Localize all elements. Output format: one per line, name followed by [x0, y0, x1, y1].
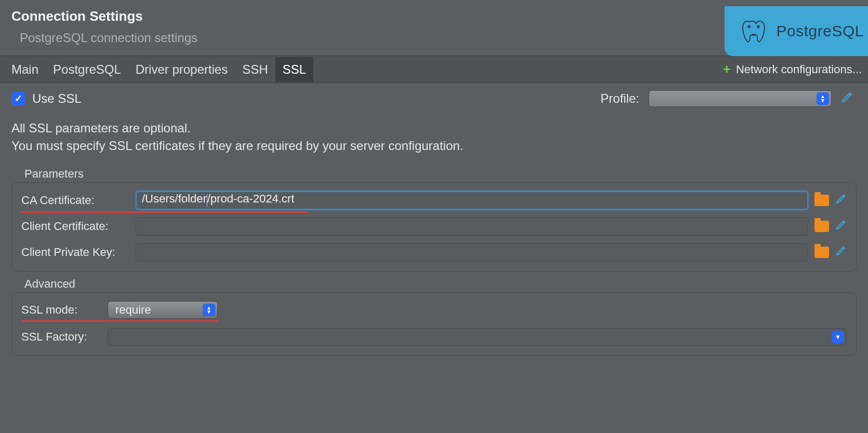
ca-value-before: /Users/folder	[142, 192, 207, 205]
parameters-legend: Parameters	[22, 167, 86, 181]
client-certificate-label: Client Certificate:	[21, 220, 129, 233]
client-private-key-input[interactable]	[136, 243, 808, 262]
ca-edit-button[interactable]	[835, 193, 847, 208]
tab-ssh[interactable]: SSH	[235, 57, 275, 82]
client-certificate-row: Client Certificate:	[21, 217, 847, 236]
client-private-key-row: Client Private Key:	[21, 243, 847, 262]
pencil-icon	[841, 91, 853, 103]
client-private-key-label: Client Private Key:	[21, 246, 129, 259]
use-ssl-label: Use SSL	[32, 91, 82, 106]
highlight-underline	[21, 320, 219, 322]
header-text: Connection Settings PostgreSQL connectio…	[11, 8, 198, 45]
chevron-updown-icon: ▲▼	[817, 92, 829, 105]
client-key-edit-button[interactable]	[835, 245, 847, 260]
header: Connection Settings PostgreSQL connectio…	[0, 0, 868, 56]
brand-badge: PostgreSQL	[725, 6, 868, 56]
pencil-icon	[835, 219, 847, 231]
use-ssl-checkbox[interactable]: ✓	[11, 92, 25, 105]
pencil-icon	[835, 193, 847, 205]
ssl-mode-row: SSL mode: require ▲▼	[21, 301, 847, 319]
content: ✓ Use SSL Profile: ▲▼ All SSL parameters…	[0, 83, 868, 356]
ssl-factory-row: SSL Factory: ▼	[21, 328, 847, 346]
client-key-browse-button[interactable]	[814, 247, 829, 258]
ca-value-after: /prod-ca-2024.crt	[207, 192, 295, 205]
ssl-mode-label: SSL mode:	[21, 303, 101, 317]
hint-line2: You must specify SSL certificates if the…	[11, 137, 857, 155]
page-subtitle: PostgreSQL connection settings	[20, 31, 198, 45]
ssl-mode-select[interactable]: require ▲▼	[108, 301, 218, 319]
parameters-fieldset: Parameters CA Certificate: /Users/folder…	[11, 182, 857, 272]
edit-profile-button[interactable]	[841, 91, 853, 106]
ca-browse-button[interactable]	[814, 195, 829, 206]
svg-point-1	[757, 25, 759, 28]
tab-ssl[interactable]: SSL	[275, 57, 313, 82]
profile-select[interactable]: ▲▼	[649, 90, 832, 107]
profile-label: Profile:	[600, 91, 639, 106]
use-ssl-left: ✓ Use SSL	[11, 91, 82, 106]
ssl-hint: All SSL parameters are optional. You mus…	[11, 119, 857, 154]
tab-postgresql[interactable]: PostgreSQL	[46, 57, 128, 82]
advanced-fieldset: Advanced SSL mode: require ▲▼ SSL Factor…	[11, 292, 857, 356]
page-title: Connection Settings	[11, 8, 198, 24]
ssl-mode-value: require	[115, 303, 151, 317]
brand-name: PostgreSQL	[777, 22, 864, 40]
ssl-factory-select[interactable]: ▼	[108, 328, 847, 346]
tab-main[interactable]: Main	[4, 57, 46, 82]
chevron-updown-icon: ▲▼	[203, 304, 215, 316]
advanced-legend: Advanced	[22, 277, 77, 291]
ca-certificate-row: CA Certificate: /Users/folder/prod-ca-20…	[21, 191, 847, 210]
client-cert-browse-button[interactable]	[814, 221, 829, 232]
svg-point-0	[748, 25, 750, 28]
client-cert-edit-button[interactable]	[835, 219, 847, 234]
use-ssl-row: ✓ Use SSL Profile: ▲▼	[11, 90, 857, 107]
network-configurations-link[interactable]: + Network configurations...	[723, 61, 862, 77]
tab-driver-properties[interactable]: Driver properties	[128, 57, 235, 82]
client-certificate-input[interactable]	[136, 217, 808, 236]
postgresql-elephant-icon	[739, 17, 768, 46]
ca-certificate-input[interactable]: /Users/folder/prod-ca-2024.crt	[136, 191, 808, 210]
network-configurations-label: Network configurations...	[736, 63, 862, 76]
tab-bar: Main PostgreSQL Driver properties SSH SS…	[0, 56, 868, 83]
profile-wrap: Profile: ▲▼	[600, 90, 853, 107]
hint-line1: All SSL parameters are optional.	[11, 119, 857, 137]
highlight-underline	[21, 211, 307, 213]
ca-certificate-label: CA Certificate:	[21, 194, 129, 207]
pencil-icon	[835, 245, 847, 256]
plus-icon: +	[723, 61, 731, 77]
chevron-down-icon: ▼	[832, 331, 844, 343]
ssl-factory-label: SSL Factory:	[21, 330, 101, 344]
